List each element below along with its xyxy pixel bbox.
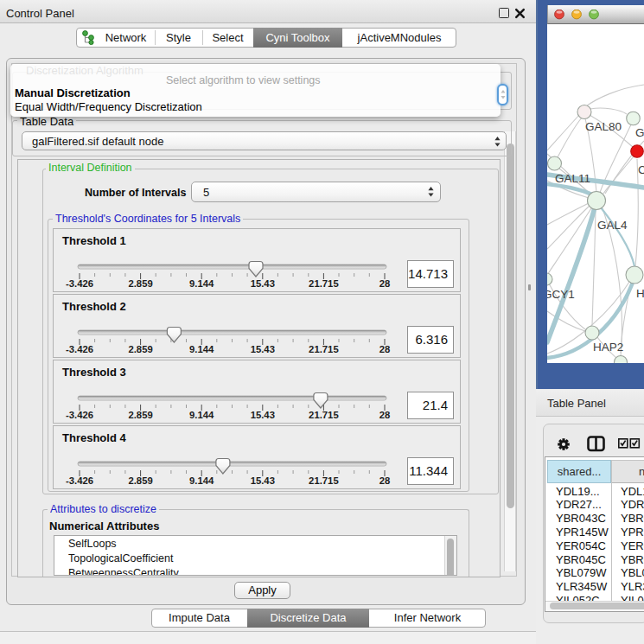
svg-text:-3.426: -3.426 (66, 344, 93, 354)
svg-text:15.43: 15.43 (251, 410, 275, 420)
svg-text:2.859: 2.859 (128, 410, 152, 420)
svg-text:GCY1: GCY1 (547, 288, 575, 301)
svg-text:9.144: 9.144 (189, 475, 214, 486)
svg-text:-3.426: -3.426 (66, 475, 93, 486)
svg-text:2.859: 2.859 (128, 278, 152, 289)
svg-text:H: H (636, 287, 644, 300)
svg-text:GAL: GAL (635, 126, 644, 139)
svg-text:2.859: 2.859 (128, 344, 152, 354)
svg-text:9.144: 9.144 (189, 278, 214, 289)
svg-text:CY: CY (638, 163, 644, 176)
svg-text:21.715: 21.715 (309, 475, 339, 486)
svg-text:15.43: 15.43 (251, 475, 275, 486)
svg-text:21.715: 21.715 (309, 278, 339, 289)
svg-text:21.715: 21.715 (309, 410, 339, 420)
svg-text:2.859: 2.859 (128, 475, 152, 486)
svg-text:15.43: 15.43 (251, 278, 275, 289)
svg-text:28: 28 (379, 475, 391, 486)
svg-text:HAP2: HAP2 (593, 341, 623, 354)
svg-text:9.144: 9.144 (189, 410, 214, 420)
svg-text:28: 28 (379, 410, 391, 420)
svg-text:28: 28 (379, 278, 391, 289)
svg-text:-3.426: -3.426 (66, 410, 93, 420)
svg-text:9.144: 9.144 (189, 344, 214, 354)
svg-text:15.43: 15.43 (251, 344, 275, 354)
svg-text:28: 28 (379, 344, 391, 354)
svg-text:GAL4: GAL4 (597, 219, 628, 232)
svg-text:21.715: 21.715 (309, 344, 339, 354)
svg-text:-3.426: -3.426 (66, 278, 93, 289)
svg-text:GAL80: GAL80 (585, 120, 622, 133)
svg-text:GAL11: GAL11 (555, 172, 590, 185)
